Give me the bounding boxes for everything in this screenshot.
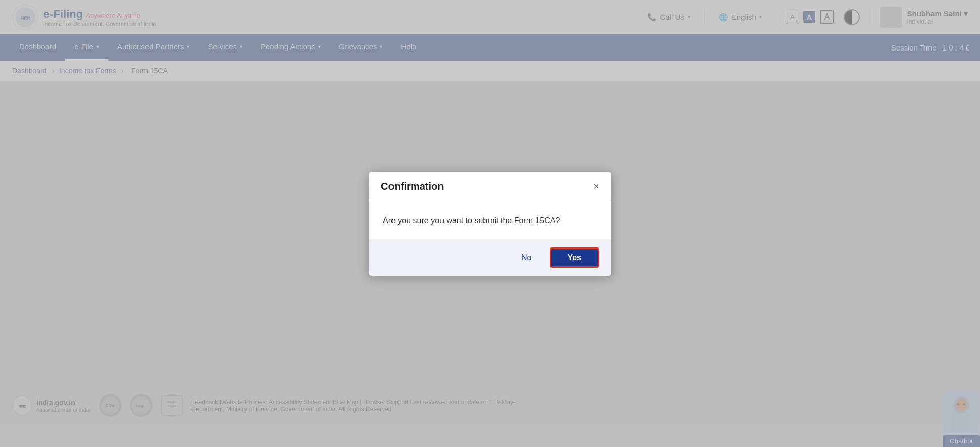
confirmation-modal: Confirmation × Are you sure you want to … — [369, 172, 611, 276]
modal-title: Confirmation — [381, 181, 444, 192]
modal-body: Are you sure you want to submit the Form… — [369, 200, 611, 239]
modal-close-button[interactable]: × — [593, 181, 599, 191]
modal-overlay: Confirmation × Are you sure you want to … — [0, 0, 980, 447]
no-button[interactable]: No — [511, 249, 542, 266]
modal-message: Are you sure you want to submit the Form… — [383, 216, 560, 225]
yes-button[interactable]: Yes — [550, 247, 599, 268]
modal-header: Confirmation × — [369, 172, 611, 200]
modal-footer: No Yes — [369, 239, 611, 276]
